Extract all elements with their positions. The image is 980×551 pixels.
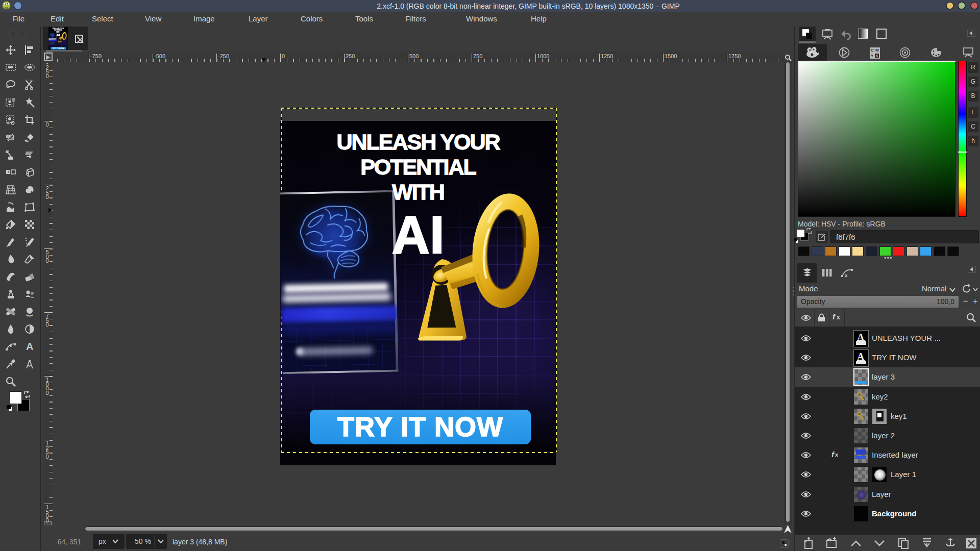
svg-text:M: M: [875, 48, 879, 53]
svg-text:A: A: [26, 341, 33, 352]
svg-text:Y: Y: [871, 54, 874, 58]
svg-text:C: C: [871, 48, 874, 53]
svg-text:K: K: [876, 54, 879, 58]
